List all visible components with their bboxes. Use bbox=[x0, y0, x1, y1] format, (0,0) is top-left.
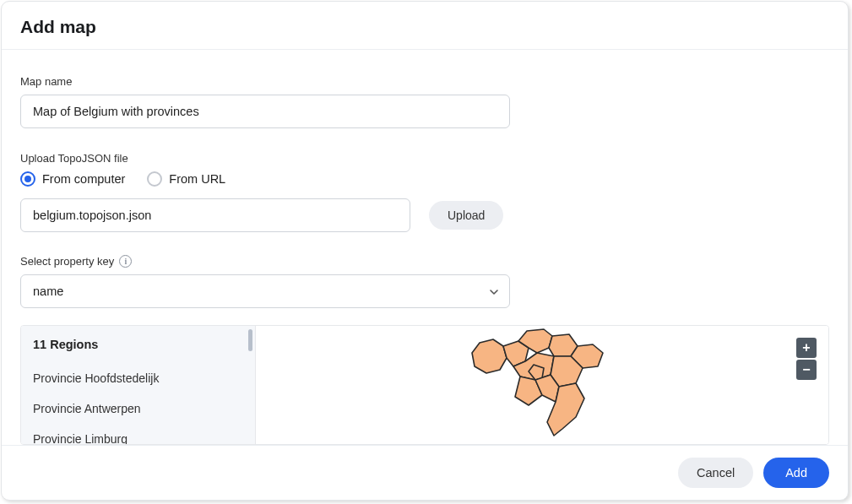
belgium-map-icon bbox=[469, 328, 615, 442]
list-item[interactable]: Provincie Antwerpen bbox=[33, 393, 243, 424]
dialog-footer: Cancel Add bbox=[2, 445, 848, 500]
dialog-title: Add map bbox=[20, 17, 829, 37]
radio-from-computer-label: From computer bbox=[42, 172, 125, 186]
region-list[interactable]: 11 Regions Provincie Hoofdstedelijk Prov… bbox=[21, 326, 256, 444]
region-count: 11 Regions bbox=[33, 338, 243, 351]
zoom-in-button[interactable]: + bbox=[796, 338, 817, 358]
cancel-button[interactable]: Cancel bbox=[678, 458, 753, 488]
map-name-label: Map name bbox=[20, 75, 829, 88]
info-icon[interactable]: i bbox=[119, 255, 132, 268]
zoom-out-button[interactable]: − bbox=[796, 360, 817, 380]
dialog-header: Add map bbox=[2, 2, 848, 50]
radio-from-computer[interactable]: From computer bbox=[20, 171, 125, 187]
chevron-down-icon bbox=[489, 286, 499, 296]
upload-label: Upload TopoJSON file bbox=[20, 152, 829, 165]
radio-dot-icon bbox=[147, 171, 162, 187]
map-name-field: Map name bbox=[20, 75, 829, 128]
file-name-input[interactable] bbox=[20, 198, 410, 232]
property-key-label-text: Select property key bbox=[20, 255, 114, 268]
preview-pane: 11 Regions Provincie Hoofdstedelijk Prov… bbox=[20, 325, 829, 445]
radio-from-url-label: From URL bbox=[169, 172, 225, 186]
property-key-field: Select property key i name bbox=[20, 255, 829, 308]
property-key-select[interactable]: name bbox=[20, 274, 510, 308]
add-button[interactable]: Add bbox=[763, 458, 829, 488]
add-map-dialog: Add map Map name Upload TopoJSON file Fr… bbox=[1, 1, 849, 501]
upload-button[interactable]: Upload bbox=[429, 201, 503, 230]
property-key-value: name bbox=[33, 285, 63, 298]
property-key-label: Select property key i bbox=[20, 255, 829, 268]
radio-dot-icon bbox=[20, 171, 35, 187]
zoom-controls: + − bbox=[796, 338, 817, 380]
map-name-input[interactable] bbox=[20, 95, 510, 128]
scrollbar[interactable] bbox=[248, 329, 252, 351]
list-item[interactable]: Provincie Hoofdstedelijk bbox=[33, 363, 243, 393]
upload-section: Upload TopoJSON file From computer From … bbox=[20, 152, 829, 232]
radio-from-url[interactable]: From URL bbox=[147, 171, 225, 187]
map-preview[interactable]: + − bbox=[256, 326, 828, 444]
dialog-body: Map name Upload TopoJSON file From compu… bbox=[2, 50, 848, 445]
upload-row: Upload bbox=[20, 198, 829, 232]
list-item[interactable]: Provincie Limburg bbox=[33, 424, 243, 445]
upload-source-radio-group: From computer From URL bbox=[20, 171, 829, 187]
